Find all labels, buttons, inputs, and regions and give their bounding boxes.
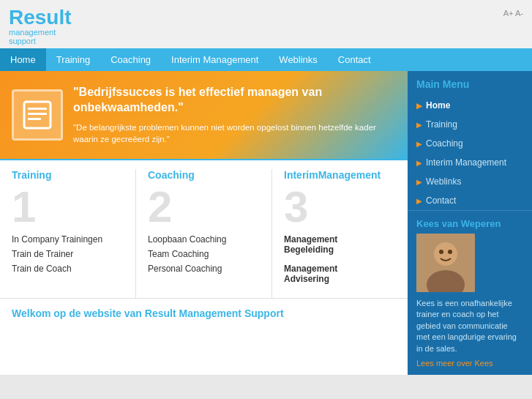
person-name-highlight: Kees — [416, 218, 439, 229]
section-coaching: Coaching 2 Loopbaan Coaching Team Coachi… — [136, 169, 272, 298]
logo-rest: sult — [35, 6, 72, 29]
section-training-item-3: Train de Coach — [12, 261, 124, 276]
section-training: Training 1 In Company Trainingen Train d… — [0, 169, 136, 298]
sidebar-person-title: Kees van Weperen — [416, 218, 523, 229]
header: Result management support A+ A- — [0, 0, 532, 48]
hero-icon — [12, 89, 63, 141]
navigation: Home Training Coaching Interim Managemen… — [0, 48, 532, 71]
person-photo — [416, 234, 475, 292]
arrow-icon: ▶ — [416, 159, 422, 167]
font-size-control[interactable]: A+ A- — [503, 6, 523, 18]
logo: Result management support — [9, 6, 72, 45]
arrow-icon: ▶ — [416, 102, 422, 110]
logo-highlight: Re — [9, 6, 35, 29]
sidebar-menu: ▶ Home ▶ Training ▶ Coaching ▶ Interim M… — [408, 96, 532, 210]
section-interim-title: InterimManagement — [284, 169, 396, 181]
sidebar-item-training[interactable]: ▶ Training — [408, 115, 532, 134]
sidebar-item-label: Training — [426, 119, 457, 130]
nav-item-home[interactable]: Home — [0, 48, 46, 71]
sidebar-title-rest: Menu — [443, 78, 470, 90]
sidebar-title-highlight: Main — [416, 78, 440, 90]
sidebar-item-coaching[interactable]: ▶ Coaching — [408, 134, 532, 153]
section-interim-item-2: ManagementAdvisering — [284, 261, 396, 286]
sections-row: Training 1 In Company Trainingen Train d… — [0, 159, 408, 298]
welcome-text: Welkom op de website van Result Manageme… — [12, 307, 396, 319]
sidebar-item-contact[interactable]: ▶ Contact — [408, 191, 532, 210]
arrow-icon: ▶ — [416, 121, 422, 129]
nav-item-coaching[interactable]: Coaching — [100, 48, 161, 71]
section-coaching-item-3: Personal Coaching — [148, 261, 260, 276]
svg-point-7 — [439, 250, 443, 254]
section-interim-number: 3 — [284, 185, 396, 229]
hero-subquote: "De belangrijkste problemen kunnen niet … — [73, 122, 396, 145]
sidebar-person-section: Kees van Weperen Kees is een onafhankeli… — [408, 210, 532, 375]
sidebar-bio-text: Kees is een onafhankelijke trainer en co… — [416, 298, 523, 354]
sidebar-title: Main Menu — [416, 78, 523, 90]
section-training-item-2: Train de Trainer — [12, 247, 124, 261]
sidebar-item-label: Weblinks — [426, 176, 461, 187]
arrow-icon: ▶ — [416, 140, 422, 148]
svg-rect-3 — [28, 118, 41, 120]
section-training-title: Training — [12, 169, 124, 181]
welcome-section: Welkom op de website van Result Manageme… — [0, 298, 408, 328]
section-coaching-title: Coaching — [148, 169, 260, 181]
sidebar-read-more-link[interactable]: Lees meer over Kees — [416, 359, 523, 368]
section-coaching-number: 2 — [148, 185, 260, 229]
svg-point-5 — [434, 242, 457, 266]
hero-quote: "Bedrijfssucces is het effectief managen… — [73, 85, 396, 116]
sidebar-item-interim[interactable]: ▶ Interim Management — [408, 153, 532, 172]
svg-rect-2 — [28, 113, 47, 115]
nav-item-contact[interactable]: Contact — [328, 48, 381, 71]
section-training-number: 1 — [12, 185, 124, 229]
section-interim-item-1: ManagementBegeleiding — [284, 232, 396, 257]
sidebar-item-home[interactable]: ▶ Home — [408, 96, 532, 115]
content-area: "Bedrijfssucces is het effectief managen… — [0, 71, 408, 375]
arrow-icon: ▶ — [416, 197, 422, 205]
main-content: "Bedrijfssucces is het effectief managen… — [0, 71, 532, 375]
arrow-icon: ▶ — [416, 178, 422, 186]
person-name-rest: van Weperen — [442, 218, 501, 229]
hero-banner: "Bedrijfssucces is het effectief managen… — [0, 71, 408, 159]
sidebar-item-weblinks[interactable]: ▶ Weblinks — [408, 172, 532, 191]
svg-rect-1 — [28, 108, 47, 110]
sidebar-item-label: Coaching — [426, 138, 463, 149]
sidebar-item-label: Interim Management — [426, 157, 506, 168]
sidebar-item-label: Home — [426, 100, 450, 111]
section-coaching-item-1: Loopbaan Coaching — [148, 232, 260, 247]
logo-text: Result — [9, 6, 72, 29]
sidebar: Main Menu ▶ Home ▶ Training ▶ Coaching ▶… — [408, 71, 532, 375]
section-coaching-item-2: Team Coaching — [148, 247, 260, 261]
sidebar-item-label: Contact — [426, 195, 456, 206]
section-interim: InterimManagement 3 ManagementBegeleidin… — [272, 169, 408, 298]
nav-item-training[interactable]: Training — [46, 48, 100, 71]
sidebar-header: Main Menu — [408, 71, 532, 96]
nav-item-interim[interactable]: Interim Management — [161, 48, 269, 71]
logo-sub: management support — [9, 28, 72, 45]
section-training-item-1: In Company Trainingen — [12, 232, 124, 247]
hero-text: "Bedrijfssucces is het effectief managen… — [73, 85, 396, 145]
nav-item-weblinks[interactable]: Weblinks — [269, 48, 328, 71]
svg-point-8 — [448, 250, 452, 254]
